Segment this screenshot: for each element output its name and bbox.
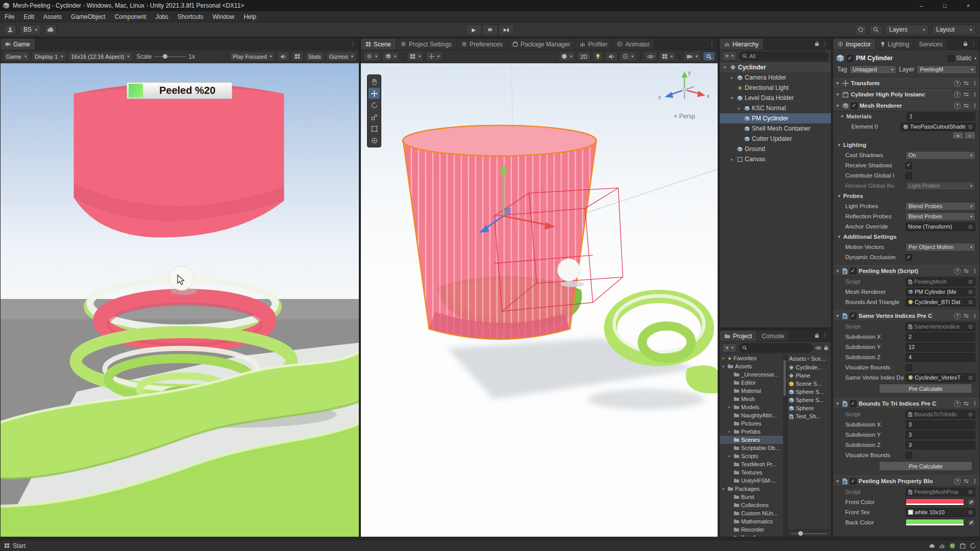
hierarchy-row-level-data-holder[interactable]: ▼ Level Data Holder	[720, 93, 831, 103]
gizmos-dropdown[interactable]: Gizmos▾	[326, 52, 356, 61]
help-icon[interactable]: ?	[954, 478, 961, 485]
step-button[interactable]: ▶▮	[498, 24, 514, 35]
preset-icon[interactable]	[963, 103, 969, 109]
lighting-section-header[interactable]: ▼ Lighting	[833, 140, 979, 150]
hierarchy-row-ksc-normal[interactable]: ▸ KSC Normal	[720, 103, 831, 113]
hierarchy-row-scene[interactable]: ▼ Cyclinder	[720, 62, 831, 72]
panel-menu-icon[interactable]: ⋮	[822, 332, 828, 339]
hand-tool-button[interactable]	[369, 76, 380, 87]
add-material-button[interactable]: +	[952, 132, 964, 139]
visualize-bounds-checkbox[interactable]	[905, 452, 912, 459]
project-row-folder[interactable]: NaughtyAttri...	[720, 411, 787, 419]
overlays-search-button[interactable]	[703, 52, 715, 61]
tab-profiler[interactable]: Profiler	[575, 39, 612, 49]
close-button[interactable]: ×	[957, 0, 980, 11]
maximize-button[interactable]: □	[933, 0, 957, 11]
component-header-same-vertex[interactable]: ▼ Same Vertex Indices Pre C ?⋮	[833, 310, 979, 321]
scale-slider[interactable]	[154, 56, 186, 57]
foldout-icon[interactable]: ▼	[840, 114, 844, 119]
tab-scene[interactable]: Scene	[361, 39, 396, 49]
preset-icon[interactable]	[963, 400, 969, 407]
static-checkbox[interactable]	[948, 55, 954, 62]
help-icon[interactable]: ?	[954, 80, 961, 87]
precalculate-button[interactable]: Pre Calculate	[879, 384, 972, 393]
object-picker-icon[interactable]: ⊙	[968, 223, 973, 230]
panel-menu-icon[interactable]: ⋮	[709, 40, 715, 47]
project-row-favorites[interactable]: ▼ ★ Favorites	[720, 354, 787, 362]
foldout-icon[interactable]: ▸	[729, 157, 735, 162]
probes-section-header[interactable]: ▼ Probes	[833, 191, 979, 201]
tool-settings-dropdown[interactable]: ▾	[363, 52, 380, 61]
tab-animator[interactable]: Animator	[612, 39, 655, 49]
cloud-button[interactable]	[44, 24, 57, 35]
thumbnail-zoom-slider[interactable]	[791, 533, 827, 534]
snap-dropdown[interactable]: ▾	[426, 52, 443, 61]
scale-tool-button[interactable]	[369, 111, 380, 122]
file-row[interactable]: Test_Sh...	[787, 412, 831, 420]
project-row-package[interactable]: Custom NUn...	[720, 509, 787, 517]
reflection-probes-dropdown[interactable]: Blend Probes▾	[905, 212, 975, 221]
contribute-gi-checkbox[interactable]	[905, 172, 912, 179]
scene-lighting-toggle[interactable]	[593, 52, 603, 61]
subdivision-x-field[interactable]: 3	[905, 420, 975, 429]
foldout-icon[interactable]: ▸	[727, 454, 732, 458]
panel-menu-icon[interactable]: ⋮	[350, 40, 356, 47]
project-row-package[interactable]: Test Framew...	[720, 534, 787, 537]
menu-component[interactable]: Component	[110, 12, 151, 21]
component-header-mesh-renderer[interactable]: ▼ Mesh Renderer ?⋮	[833, 100, 979, 111]
tab-hierarchy[interactable]: Hierarchy	[720, 39, 764, 49]
foldout-icon[interactable]: ▼	[721, 487, 726, 491]
lock-icon[interactable]	[824, 345, 828, 350]
menu-file[interactable]: File	[0, 12, 19, 21]
menu-help[interactable]: Help	[239, 12, 261, 21]
tab-lighting[interactable]: Lighting	[876, 39, 914, 49]
bounds-triangle-field[interactable]: Cyclinder_BTI Dat⊙	[905, 298, 975, 307]
object-picker-icon[interactable]: ⊙	[968, 289, 973, 295]
tab-console[interactable]: Console	[757, 331, 789, 341]
foldout-icon[interactable]: ▼	[721, 357, 726, 360]
panel-menu-icon[interactable]: ⋮	[822, 40, 828, 47]
tab-inspector[interactable]: Inspector	[833, 39, 876, 49]
component-menu-icon[interactable]: ⋮	[972, 400, 977, 407]
eye-icon[interactable]	[815, 345, 822, 350]
project-row-folder[interactable]: TextMesh Pr...	[720, 460, 787, 468]
lock-icon[interactable]	[963, 41, 968, 46]
object-picker-icon[interactable]: ⊙	[968, 509, 973, 516]
breadcrumb-current[interactable]: Sce...	[811, 356, 825, 362]
effects-dropdown[interactable]: ▾	[620, 52, 636, 61]
file-row[interactable]: Cyclinde...	[787, 363, 831, 371]
project-row-folder-scenes[interactable]: Scenes	[720, 436, 787, 444]
transform-tool-button[interactable]	[369, 135, 380, 146]
tab-preferences[interactable]: Preferences	[457, 39, 508, 49]
panel-menu-icon[interactable]: ⋮	[971, 40, 976, 47]
motion-vectors-dropdown[interactable]: Per Object Motion▾	[905, 243, 975, 252]
menu-window[interactable]: Window	[208, 12, 239, 21]
layers-dropdown[interactable]: Layers▾	[885, 24, 929, 35]
rotate-tool-button[interactable]	[369, 99, 380, 111]
account-dropdown[interactable]: BS▾	[19, 24, 41, 35]
progress-icon[interactable]	[970, 543, 976, 549]
object-picker-icon[interactable]: ⊙	[968, 374, 973, 381]
move-tool-button[interactable]	[369, 88, 380, 99]
component-header-transform[interactable]: ▼ Transform ?⋮	[833, 78, 979, 89]
remove-material-button[interactable]: −	[964, 132, 975, 139]
project-tree-scrollbar[interactable]	[783, 355, 787, 537]
project-row-folder[interactable]: ▸Prefabs	[720, 428, 787, 436]
package-status-icon[interactable]	[960, 543, 966, 549]
help-icon[interactable]: ?	[954, 91, 961, 98]
activity-icon[interactable]	[939, 543, 945, 549]
project-row-folder[interactable]: Editor	[720, 379, 787, 387]
tab-project[interactable]: Project	[720, 331, 757, 341]
preset-icon[interactable]	[963, 313, 969, 319]
project-row-folder[interactable]: Mesh	[720, 395, 787, 403]
foldout-icon[interactable]: ▼	[722, 65, 728, 70]
foldout-icon[interactable]: ▼	[835, 314, 840, 318]
rect-tool-button[interactable]	[369, 123, 380, 134]
materials-foldout-row[interactable]: ▼ Materials 1	[833, 111, 979, 121]
foldout-icon[interactable]: ▼	[835, 104, 840, 108]
project-row-folder[interactable]: Pictures	[720, 419, 787, 428]
project-row-folder[interactable]: ▸Scripts	[720, 452, 787, 460]
tab-project-settings[interactable]: Project Settings	[396, 39, 457, 49]
search-button[interactable]	[870, 24, 882, 35]
menu-assets[interactable]: Assets	[39, 12, 66, 21]
